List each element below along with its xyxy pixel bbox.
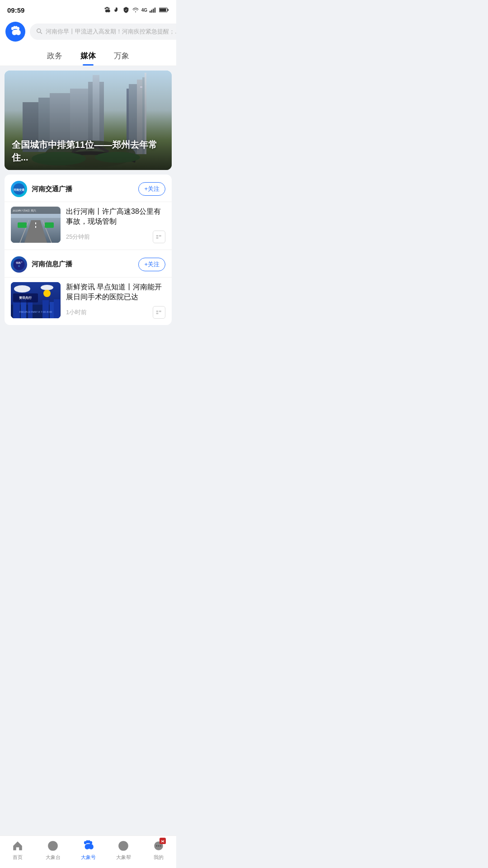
news-content-1: 出行河南丨许广高速38公里有事故，现场管制 25分钟前 xyxy=(66,207,165,243)
svg-point-3 xyxy=(107,7,108,9)
more-icon-1 xyxy=(155,234,163,240)
svg-point-77 xyxy=(158,845,159,846)
refresh-circle-icon-svg xyxy=(47,840,59,852)
tab-wanxiang[interactable]: 万象 xyxy=(114,51,129,66)
svg-point-48 xyxy=(13,259,24,270)
svg-rect-7 xyxy=(155,8,155,13)
svg-line-16 xyxy=(40,32,42,34)
app-logo[interactable] xyxy=(5,22,25,42)
header: 河南你早丨甲流进入高发期！河南疾控紧急提醒；... xyxy=(0,18,176,46)
svg-text:播: 播 xyxy=(18,265,20,267)
svg-point-78 xyxy=(160,845,161,846)
svg-text:信息广: 信息广 xyxy=(15,261,23,264)
source-header-1: 河南交通 河南交通广播 +关注 xyxy=(5,175,172,202)
nav-daxiangbang[interactable]: 大象帮 xyxy=(110,840,137,861)
battery-icon xyxy=(159,7,169,13)
nav-daxiangbang-label: 大象帮 xyxy=(116,854,131,861)
nav-daxianghao[interactable]: 大象号 xyxy=(75,840,102,861)
svg-point-1 xyxy=(108,8,109,9)
signal-icon xyxy=(150,7,157,13)
paw-status-icon xyxy=(103,6,111,14)
refresh-ring-icon-svg xyxy=(117,840,129,852)
svg-rect-55 xyxy=(13,301,20,318)
broadcast-thumbnail: 资讯先行 FM105.6 FM97.8 7:00-8:00 xyxy=(11,282,61,318)
refresh-circle-icon xyxy=(47,840,59,852)
svg-point-72 xyxy=(88,840,90,843)
hero-banner[interactable]: 全国城市中排第11位——郑州去年常住... xyxy=(5,71,172,170)
svg-rect-41 xyxy=(45,222,54,228)
source-avatar-1: 河南交通 xyxy=(11,181,27,197)
nav-daxiangtai-label: 大象台 xyxy=(46,854,61,861)
paw-logo-icon xyxy=(9,25,22,38)
network-type: 4G xyxy=(141,8,147,13)
source-header-2: 信息广 播 河南信息广播 +关注 xyxy=(5,250,172,277)
wifi-icon xyxy=(132,7,139,13)
svg-point-2 xyxy=(106,7,107,9)
news-card-1: 河南交通 河南交通广播 +关注 xyxy=(5,175,172,325)
svg-point-52 xyxy=(14,285,30,292)
tabs-bar: 政务 媒体 万象 xyxy=(0,46,176,66)
svg-rect-60 xyxy=(54,299,60,318)
svg-rect-45 xyxy=(156,235,159,236)
badge-icon xyxy=(160,839,166,844)
tab-media[interactable]: 媒体 xyxy=(80,51,96,66)
follow-btn-2[interactable]: +关注 xyxy=(138,258,165,271)
svg-rect-66 xyxy=(159,311,161,312)
nav-my-label: 我的 xyxy=(154,854,164,861)
news-meta-1: 25分钟前 xyxy=(66,231,165,243)
news-content-2: 新鲜资讯 早点知道丨河南能开展日间手术的医院已达 1小时前 xyxy=(66,282,165,319)
tab-politics[interactable]: 政务 xyxy=(47,51,62,66)
search-placeholder-text: 河南你早丨甲流进入高发期！河南疾控紧急提醒；... xyxy=(46,28,176,36)
nav-home-label: 首页 xyxy=(13,854,23,861)
paw-blue-icon xyxy=(82,840,94,852)
news-thumb-2: 资讯先行 FM105.6 FM97.8 7:00-8:00 xyxy=(11,282,61,318)
svg-point-15 xyxy=(37,28,41,32)
svg-rect-47 xyxy=(156,237,159,239)
refresh-ring-icon xyxy=(117,840,130,852)
road-thumbnail: 2023年7月8日 周六 xyxy=(11,207,61,243)
svg-rect-65 xyxy=(156,311,159,312)
follow-btn-1[interactable]: +关注 xyxy=(138,182,165,196)
svg-point-14 xyxy=(15,26,18,29)
paw-blue-icon-svg xyxy=(82,839,94,853)
bottom-nav: 首页 大象台 大象号 xyxy=(0,835,176,868)
svg-rect-58 xyxy=(42,300,49,318)
home-icon xyxy=(11,840,24,852)
source-name-2: 河南信息广播 xyxy=(32,260,72,269)
svg-rect-46 xyxy=(159,235,161,236)
svg-rect-10 xyxy=(168,9,169,11)
nav-daxiangtai[interactable]: 大象台 xyxy=(39,840,66,861)
news-time-1: 25分钟前 xyxy=(66,233,90,241)
source-avatar-2: 信息广 播 xyxy=(11,256,27,273)
home-icon-svg xyxy=(12,840,23,852)
svg-text:河南交通: 河南交通 xyxy=(14,188,25,191)
svg-rect-4 xyxy=(150,11,150,13)
info-radio-logo: 信息广 播 xyxy=(13,258,25,271)
news-meta-2: 1小时前 xyxy=(66,306,165,319)
more-btn-1[interactable] xyxy=(153,231,165,243)
nav-my[interactable]: 我的 xyxy=(145,840,172,861)
news-title-1: 出行河南丨许广高速38公里有事故，现场管制 xyxy=(66,207,165,227)
search-bar[interactable]: 河南你早丨甲流进入高发期！河南疾控紧急提醒；... xyxy=(30,24,176,40)
svg-point-61 xyxy=(43,290,51,297)
svg-text:2023年7月8日 周六: 2023年7月8日 周六 xyxy=(13,209,36,212)
source-info-2: 信息广 播 河南信息广播 xyxy=(11,256,72,273)
news-item-1[interactable]: 2023年7月8日 周六 出行河南丨许广高速38公里有事故，现场管制 25分钟前 xyxy=(5,202,172,250)
svg-rect-40 xyxy=(18,222,27,228)
svg-point-0 xyxy=(104,8,106,9)
more-btn-2[interactable] xyxy=(153,306,165,319)
search-icon-svg xyxy=(36,28,42,34)
svg-point-53 xyxy=(41,285,53,290)
nav-home[interactable]: 首页 xyxy=(4,840,31,861)
svg-rect-67 xyxy=(156,312,159,314)
news-time-2: 1小时前 xyxy=(66,308,87,316)
news-thumb-1: 2023年7月8日 周六 xyxy=(11,207,61,243)
chat-badge-icon xyxy=(152,840,165,852)
traffic-radio-logo: 河南交通 xyxy=(13,183,25,195)
svg-point-76 xyxy=(156,845,157,846)
status-time: 09:59 xyxy=(7,6,24,14)
status-icons: 4G xyxy=(103,6,169,14)
search-icon xyxy=(36,28,42,36)
news-item-2[interactable]: 资讯先行 FM105.6 FM97.8 7:00-8:00 新鲜资讯 早点知道丨… xyxy=(5,277,172,325)
shield-icon xyxy=(122,6,130,14)
